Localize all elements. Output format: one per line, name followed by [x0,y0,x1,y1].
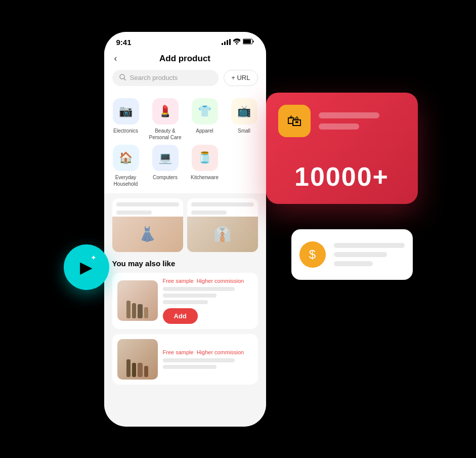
computers-label: Computers [153,174,178,181]
electronics-icon-wrap: 📷 [113,98,139,124]
product-card-1: Free sample Higher commission Add [112,273,258,329]
apparel-icon-wrap: 👕 [192,98,218,124]
red-bar-1 [319,112,379,118]
red-card-top: 🛍 [278,105,406,137]
shop-icon: 🛍 [278,105,311,137]
info-bar-2 [163,294,217,298]
tag-higher-commission-2: Higher commission [197,349,244,355]
tv-cat-icon: 📺 [237,105,251,118]
camera-icon: 📷 [119,105,133,118]
product-card-image-2 [117,339,158,380]
scroll-content: 📷 Electronics 💄 Beauty & Personal Care [104,92,266,427]
product-bar-4 [191,211,227,215]
info-bar-3 [163,300,208,304]
product-image-2: 👔 [187,217,258,252]
dollar-bar-1 [334,243,405,248]
electronics-label: Electronics [113,128,138,134]
red-card: 🛍 10000+ [266,93,418,204]
bottle-4 [144,307,148,318]
bottles-visual-1 [126,301,148,321]
category-item-computers[interactable]: 💻 Computers [148,145,183,187]
bottle-7 [138,363,143,377]
product-info-bars-1 [163,287,253,304]
section-title: You may also like [112,259,258,268]
category-item-small[interactable]: 📺 Small [227,98,262,141]
bottle-1 [126,301,131,318]
product-tags-1: Free sample Higher commission [163,278,253,284]
categories-grid: 📷 Electronics 💄 Beauty & Personal Care [108,98,262,187]
tag-free-sample-1: Free sample [163,278,194,284]
product-card-info-2: Free sample Higher commission [163,349,253,369]
kitchen-label: Kitchenware [191,174,219,181]
sparkle-icon: ✦ [91,254,97,262]
product-col-2: 👔 [187,198,258,252]
status-bar: 9:41 [104,32,266,50]
category-item-kitchen[interactable]: 🫙 Kitchenware [187,145,223,187]
search-icon [119,74,126,82]
add-button-1[interactable]: Add [163,308,198,324]
info-bar-5 [163,365,217,369]
bottle-8 [144,366,148,377]
apparel-label: Apparel [196,128,213,134]
dollar-card: $ [291,229,413,280]
tv-icon: ▶ ✦ [80,258,93,277]
shopping-bag-icon: 🛍 [287,112,302,130]
household-label: Everyday Household [114,174,138,187]
dollar-bar-3 [334,261,373,266]
product-image-1: 👗 [112,217,183,252]
dollar-symbol: $ [309,247,316,262]
tv-circle[interactable]: ▶ ✦ [64,244,109,290]
url-button[interactable]: + URL [224,70,257,86]
bottle-5 [126,359,131,377]
wifi-icon [233,38,240,46]
category-item-beauty[interactable]: 💄 Beauty & Personal Care [148,98,183,141]
tag-free-sample-2: Free sample [163,349,194,355]
category-item-apparel[interactable]: 👕 Apparel [187,98,223,141]
red-card-count: 10000+ [278,161,406,192]
small-label: Small [238,128,250,134]
status-time: 9:41 [116,38,132,47]
product-bar-2 [116,211,152,215]
product-info-bars-2 [163,358,253,369]
battery-icon [243,38,254,46]
signal-icon [222,39,231,45]
computers-icon-wrap: 💻 [152,145,179,171]
product-bar-3 [191,202,254,206]
back-button[interactable]: ‹ [114,53,117,64]
bottles-visual-2 [126,359,148,380]
household-icon-wrap: 🏠 [113,145,139,171]
bottle-2 [132,303,136,318]
product-col-1: 👗 [112,198,183,252]
app-header: ‹ Add product [104,50,266,70]
shirt-icon: 👕 [198,105,211,118]
search-bar[interactable]: Search products [112,70,219,86]
info-bar-4 [163,358,235,362]
beauty-icon-wrap: 💄 [152,98,179,124]
kitchen-icon: 🫙 [198,151,211,164]
dollar-icon: $ [299,241,326,268]
dollar-bar-2 [334,252,387,257]
info-bar-1 [163,287,235,291]
product-card-info-1: Free sample Higher commission Add [163,278,253,324]
dollar-card-bars [334,243,405,266]
product-bar-1 [116,202,179,206]
household-icon: 🏠 [119,151,133,164]
kitchen-icon-wrap: 🫙 [192,145,218,171]
svg-line-3 [124,78,126,80]
beauty-icon: 💄 [158,105,172,118]
product-tags-2: Free sample Higher commission [163,349,253,355]
category-item-electronics[interactable]: 📷 Electronics [108,98,144,141]
category-item-household[interactable]: 🏠 Everyday Household [108,145,144,187]
search-section: Search products + URL [104,70,266,92]
also-like-section: You may also like [104,252,266,394]
page-title: Add product [159,54,210,64]
red-card-bars [319,112,406,130]
tag-higher-commission-1: Higher commission [197,278,244,284]
svg-rect-1 [243,39,251,44]
red-bar-2 [319,123,359,130]
small-icon-wrap: 📺 [231,98,257,124]
beauty-label: Beauty & Personal Care [149,128,182,141]
product-preview-cols: 👗 👔 [104,193,266,252]
laptop-icon: 💻 [158,151,172,164]
bottle-3 [138,304,143,318]
